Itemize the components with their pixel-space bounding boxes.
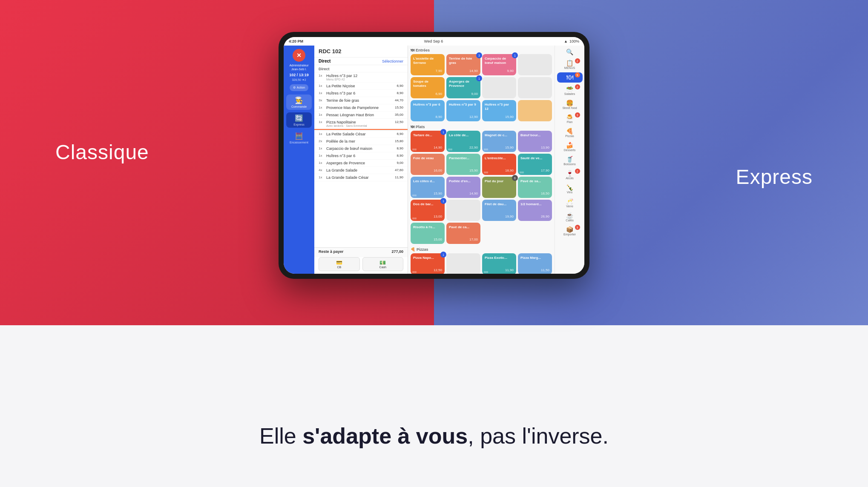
- boissons-button[interactable]: 🥤 Boissons: [557, 155, 583, 167]
- menu-item[interactable]: Bœuf bour... 13,90: [518, 131, 552, 152]
- menu-item[interactable]: ⊞⊞ Pizza Exotic... 11,90: [482, 253, 516, 274]
- item-price: 15,90: [449, 169, 478, 172]
- pizzas-button[interactable]: 🍕 Pizzas: [557, 126, 583, 139]
- menu-item[interactable]: ⊞⊞ La côte de... 22,90: [446, 131, 480, 152]
- order-item[interactable]: 2x Poêlée de la mer 15,80: [314, 138, 408, 145]
- desserts-button[interactable]: 🍰 Desserts: [557, 140, 583, 153]
- sidebar-nav-encaissement[interactable]: 🧮 Encaissement: [286, 130, 312, 146]
- alcols-button[interactable]: 2 🍷 Alcols: [557, 169, 583, 181]
- menu-item[interactable]: Pavé de sa... 16,50: [518, 177, 552, 198]
- order-item[interactable]: 1x Provence Mas de Pampelonne 15,50: [314, 104, 408, 112]
- battery-icon: 100%: [569, 39, 579, 43]
- item-price: 19,90: [485, 215, 514, 218]
- salades-icon: 🥗: [566, 86, 573, 92]
- menu-item[interactable]: Foie de veau 16,00: [411, 154, 445, 175]
- close-button[interactable]: ✕: [293, 49, 305, 62]
- item-price: 8,90: [413, 115, 442, 119]
- order-section-direct: Direct: [314, 65, 408, 72]
- order-item[interactable]: 1x Asperges de Provence 9,00: [314, 160, 408, 167]
- item-name: Filet de dau...: [485, 202, 514, 206]
- status-date: Wed Sep 6: [424, 39, 443, 43]
- menu-item[interactable]: [518, 100, 552, 121]
- order-item[interactable]: 1x La Petite Niçoise 6,90: [314, 83, 408, 90]
- pay-cash-button[interactable]: 💵 Cash: [362, 257, 404, 271]
- section-title-pizzas: 🍕 Pizzas: [411, 247, 552, 252]
- menu-item[interactable]: Pizza Marg... 11,50: [518, 253, 552, 274]
- item-name: Magnet de c...: [485, 133, 514, 138]
- item-name: Terrine de foie gras: [326, 98, 390, 103]
- streetfood-button[interactable]: 🍔 Street food: [557, 98, 583, 111]
- label-classique: Classique: [55, 140, 149, 164]
- action-button[interactable]: ⚙ Action: [290, 84, 308, 91]
- sidebar-nav-commande[interactable]: 👨‍🍳 Commande: [286, 95, 312, 110]
- order-total: Reste à payer 277,00: [314, 247, 408, 257]
- item-price: 9,00: [390, 161, 403, 165]
- sidebar-nav-express[interactable]: 🔄 Express: [286, 112, 312, 128]
- menu-item[interactable]: Huîtres n°3 par 9 12,90: [446, 100, 480, 121]
- menu-item[interactable]: ⊞⊞ Les côtes d... 15,90: [411, 177, 445, 198]
- order-item[interactable]: 1x Pizza Napolitaine Avec lardons · Sans…: [314, 119, 408, 129]
- item-icons: ⊞⊞: [448, 148, 452, 151]
- section-title-plats: 🍽 Plats: [411, 125, 552, 129]
- entrees-label: Entrées: [416, 48, 430, 52]
- order-item[interactable]: 1x Carpaccio de bœuf maison 8,90: [314, 145, 408, 152]
- item-qty: 1x: [319, 106, 326, 109]
- menu-item[interactable]: 1/2 homard... 26,90: [518, 200, 552, 221]
- cafes-button[interactable]: ☕ Cafés: [557, 211, 583, 223]
- item-price: 47,60: [390, 168, 403, 172]
- pay-cb-button[interactable]: 💳 CB: [319, 257, 360, 271]
- ipad-screen: 4:20 PM Wed Sep 6 ▲ 100% ✕ Administrateu…: [284, 37, 584, 274]
- menu-item[interactable]: Poêlée d'en... 14,90: [446, 177, 480, 198]
- menu-item[interactable]: 3 Terrine de foie gras 14,90: [446, 54, 480, 75]
- vins-button[interactable]: 🍾 Vins: [557, 183, 583, 195]
- menu-item[interactable]: Huîtres n°3 par 12 15,90: [482, 100, 516, 121]
- item-price: 11,50: [520, 268, 549, 272]
- flan-button[interactable]: 3 🍮 Flan: [557, 112, 583, 125]
- select-button[interactable]: Sélectionner: [382, 59, 403, 63]
- emporter-button[interactable]: 9 📦 Emporter: [557, 225, 583, 237]
- order-item[interactable]: 1x La Grande Salade César 11,90: [314, 174, 408, 181]
- order-item[interactable]: 3x Terrine de foie gras 44,70: [314, 97, 408, 104]
- search-button[interactable]: 🔍: [557, 47, 583, 57]
- menu-item[interactable]: 1 ⊞⊞ Tartare de... 14,90: [411, 131, 445, 152]
- pizzas-icon: 🍕: [411, 247, 415, 252]
- salades-button[interactable]: 2 🥗 Salades: [557, 84, 583, 97]
- menu-item[interactable]: 6 Plat du jour: [482, 177, 516, 198]
- menu-item[interactable]: 1 Asperges de Provence 9,00: [446, 77, 480, 98]
- menu-item[interactable]: Soupe de tomates 6,90: [411, 77, 445, 98]
- order-subheader: Direct Sélectionner: [314, 57, 408, 65]
- menu-item[interactable]: Pavé de ca... 17,00: [446, 223, 480, 244]
- status-bar: 4:20 PM Wed Sep 6 ▲ 100%: [284, 37, 584, 46]
- item-name: Soupe de tomates: [413, 80, 442, 88]
- entrees-button[interactable]: 9 🍽: [557, 72, 583, 83]
- menus-button[interactable]: 2 📋 MENUS: [557, 58, 583, 71]
- item-name: Carpaccio de bœuf maison: [485, 57, 514, 65]
- menu-item[interactable]: 1 Carpaccio de bœuf maison 9,90: [482, 54, 516, 75]
- alcols-badge: 2: [575, 169, 580, 174]
- plats-label: Plats: [416, 125, 425, 129]
- menu-item[interactable]: ⊞⊞ Sauté de ve... 17,90: [518, 154, 552, 175]
- item-price: 12,50: [413, 268, 442, 272]
- menu-item[interactable]: L'assiette de Serrano 7,90: [411, 54, 445, 75]
- menu-item[interactable]: ⊞⊞ Magnet de c... 15,90: [482, 131, 516, 152]
- menu-item[interactable]: Huîtres n°3 par 6 8,90: [411, 100, 445, 121]
- order-item[interactable]: 1x Huîtres n°3 par 12 Menu EPD #2: [314, 72, 408, 83]
- menu-item[interactable]: Filet de dau... 19,90: [482, 200, 516, 221]
- verre-button[interactable]: 🥂 Verre: [557, 197, 583, 209]
- item-badge: 1: [440, 129, 446, 135]
- verre-label: Verre: [566, 205, 573, 208]
- item-qty: 1x: [319, 84, 326, 88]
- order-item[interactable]: 1x Huîtres n°3 par 6 8,90: [314, 152, 408, 160]
- order-item[interactable]: 1x La Petite Salade César 6,90: [314, 131, 408, 138]
- order-item[interactable]: 4x La Grande Salade 47,60: [314, 167, 408, 174]
- menu-item[interactable]: Parmentier... 15,90: [446, 154, 480, 175]
- menu-item[interactable]: ⊞⊞ L'entrecôte... 18,90: [482, 154, 516, 175]
- order-item[interactable]: 1x Huîtres n°3 par 6 8,90: [314, 90, 408, 97]
- menu-item[interactable]: Risotto à l'e... 15,00: [411, 223, 445, 244]
- item-name: Foie de veau: [413, 156, 442, 160]
- menu-item[interactable]: 1 ⊞⊞ Pizza Napo... 12,50: [411, 253, 445, 274]
- item-name: Pavé de ca...: [449, 225, 478, 229]
- order-item[interactable]: 1x Pessac Léognan Haut Brion 35,00: [314, 112, 408, 119]
- menu-item[interactable]: 1 ⊞⊞ Dos de bar... 13,00: [411, 200, 445, 221]
- order-header: RDC 102: [314, 46, 408, 57]
